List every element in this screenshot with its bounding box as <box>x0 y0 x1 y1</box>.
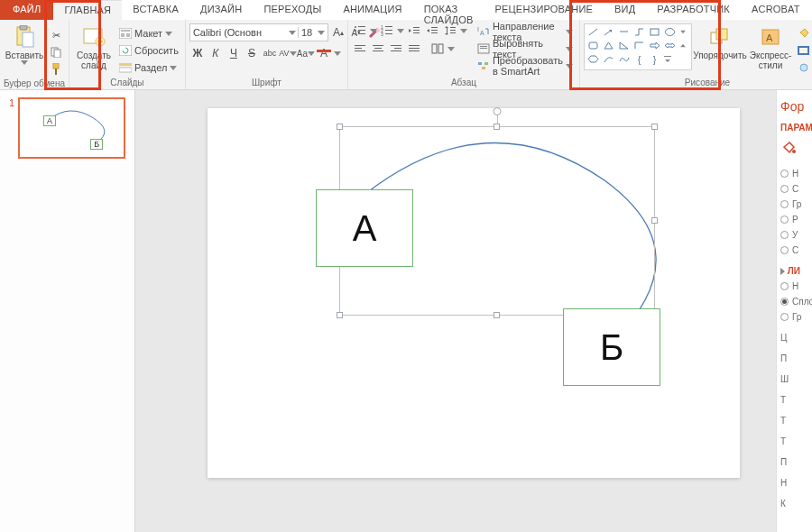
shape-arrow-icon[interactable] <box>602 26 615 38</box>
resize-handle-ne[interactable] <box>651 124 658 130</box>
line-begin-row[interactable]: Н <box>780 478 808 488</box>
tab-developer[interactable]: РАЗРАБОТЧИК <box>646 0 741 20</box>
gallery-expand-icon[interactable] <box>663 53 672 65</box>
tab-acrobat[interactable]: ACROBAT <box>741 0 811 20</box>
gallery-scroll-icon[interactable] <box>678 40 687 51</box>
align-center-button[interactable] <box>370 41 386 56</box>
chevron-down-icon[interactable] <box>460 29 467 33</box>
align-justify-button[interactable] <box>406 41 422 56</box>
arrange-button[interactable]: Упорядочить <box>694 23 746 76</box>
underline-button[interactable]: Ч <box>226 45 242 61</box>
radio-line-none[interactable] <box>780 282 789 290</box>
line-join-row[interactable]: П <box>780 457 808 467</box>
shape-outline-button[interactable]: Ко <box>795 42 812 59</box>
radio-line-grad[interactable] <box>780 313 789 321</box>
tab-transitions[interactable]: ПЕРЕХОДЫ <box>253 0 332 20</box>
shape-darrow-icon[interactable] <box>663 40 677 51</box>
shape-elbow-icon[interactable] <box>632 40 646 51</box>
resize-handle-sw[interactable] <box>337 312 343 318</box>
tab-slideshow[interactable]: ПОКАЗ СЛАЙДОВ <box>413 0 484 20</box>
bold-button[interactable]: Ж <box>189 45 206 61</box>
chevron-down-icon[interactable] <box>370 29 377 33</box>
chevron-down-icon[interactable] <box>397 29 404 33</box>
line-transparency-row[interactable]: П <box>780 353 808 363</box>
new-slide-button[interactable]: Создать слайд <box>73 23 115 76</box>
reset-button[interactable]: Сбросить <box>116 42 181 59</box>
align-right-button[interactable] <box>388 41 404 56</box>
resize-handle-s[interactable] <box>494 312 500 318</box>
shape-fill-button[interactable]: За <box>795 25 812 41</box>
tab-home[interactable]: ГЛАВНАЯ <box>53 0 122 20</box>
radio-fill-pic[interactable] <box>780 216 789 224</box>
outdent-button[interactable] <box>406 23 422 38</box>
paste-button[interactable]: Вставить <box>4 23 45 76</box>
shape-box-a[interactable]: А <box>316 189 413 267</box>
radio-fill-patt[interactable] <box>780 231 789 239</box>
cut-button[interactable]: ✂ <box>47 27 65 43</box>
linespacing-button[interactable] <box>442 23 458 38</box>
font-size-combo[interactable]: 18 <box>298 27 316 38</box>
tab-design[interactable]: ДИЗАЙН <box>189 0 253 20</box>
radio-fill-none[interactable] <box>780 170 789 178</box>
align-left-button[interactable] <box>352 41 368 56</box>
section-button[interactable]: Раздел <box>116 60 181 76</box>
chevron-down-icon[interactable] <box>334 51 341 56</box>
shape-roundrect-icon[interactable] <box>586 40 600 51</box>
quick-styles-button[interactable]: А Экспресс- стили <box>748 23 793 76</box>
radio-fill-slide[interactable] <box>780 246 789 254</box>
shape-triangle-icon[interactable] <box>602 40 615 51</box>
slide-canvas-area[interactable]: А Б <box>135 90 812 532</box>
fill-tab-icon[interactable] <box>780 140 797 156</box>
shape-freeform-icon[interactable] <box>617 53 631 65</box>
formatpainter-button[interactable] <box>47 61 65 78</box>
case-button[interactable]: Aa <box>298 45 314 61</box>
shape-connector-icon[interactable] <box>632 26 646 38</box>
slide[interactable]: А Б <box>208 108 740 478</box>
tab-insert[interactable]: ВСТАВКА <box>122 0 189 20</box>
line-cap-row[interactable]: Т <box>780 436 808 446</box>
shape-rbrace-icon[interactable]: } <box>648 53 661 65</box>
shape-hex-icon[interactable] <box>586 53 600 65</box>
radio-fill-solid[interactable] <box>780 185 789 193</box>
line-dash-row[interactable]: Т <box>780 416 808 426</box>
resize-handle-nw[interactable] <box>337 124 343 130</box>
shape-lbrace-icon[interactable]: { <box>632 53 646 65</box>
radio-fill-grad[interactable] <box>780 200 789 208</box>
spacing-button[interactable]: AV <box>280 45 296 61</box>
shape-line2-icon[interactable] <box>617 26 631 38</box>
slide-thumbnail-1[interactable]: А Б <box>18 97 125 159</box>
shape-rtriangle-icon[interactable] <box>617 40 631 51</box>
italic-button[interactable]: К <box>208 45 224 61</box>
collapse-icon[interactable] <box>780 268 785 275</box>
columns-button[interactable] <box>429 41 446 56</box>
shapes-gallery[interactable]: { } <box>584 23 692 70</box>
tab-view[interactable]: ВИД <box>604 0 646 20</box>
strike-button[interactable]: S <box>244 45 260 61</box>
shape-box-b[interactable]: Б <box>563 308 660 386</box>
tab-review[interactable]: РЕЦЕНЗИРОВАНИЕ <box>484 0 604 20</box>
tab-file[interactable]: ФАЙЛ <box>0 0 53 20</box>
rotation-handle[interactable] <box>494 107 502 115</box>
line-compound-row[interactable]: Т <box>780 395 808 405</box>
copy-button[interactable] <box>47 44 65 60</box>
shape-rect-icon[interactable] <box>648 26 661 38</box>
line-end-row[interactable]: К <box>780 499 808 509</box>
line-color-row[interactable]: Ц <box>780 333 808 343</box>
tab-animations[interactable]: АНИМАЦИЯ <box>332 0 412 20</box>
shape-oval-icon[interactable] <box>663 26 677 38</box>
gallery-more-icon[interactable] <box>678 26 687 38</box>
numbering-button[interactable]: 123 <box>379 23 395 38</box>
smartart-button[interactable]: Преобразовать в SmartArt <box>475 58 576 74</box>
font-color-button[interactable]: A <box>316 45 332 61</box>
shape-line-icon[interactable] <box>586 26 600 38</box>
shape-rarrow-icon[interactable] <box>648 40 661 51</box>
grow-font-button[interactable]: A▴ <box>330 24 346 41</box>
chevron-down-icon[interactable] <box>448 47 455 51</box>
shape-effects-button[interactable]: Эф <box>795 60 812 76</box>
indent-button[interactable] <box>424 23 440 38</box>
line-width-row[interactable]: Ш <box>780 374 808 384</box>
resize-handle-e[interactable] <box>651 217 658 224</box>
shape-curve-icon[interactable] <box>602 53 615 65</box>
bullets-button[interactable] <box>352 23 368 38</box>
shadow-button[interactable]: abc <box>262 45 278 61</box>
